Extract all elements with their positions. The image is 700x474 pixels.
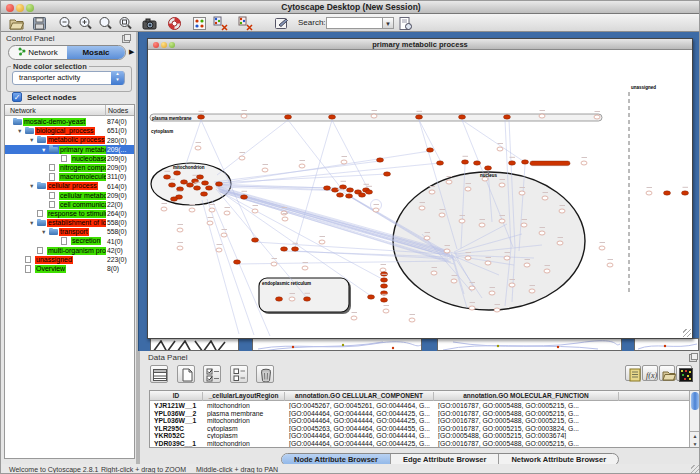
- scrollbar-thumb[interactable]: [691, 392, 699, 410]
- network-node[interactable]: [341, 160, 347, 164]
- expand-triangle-icon[interactable]: ▼: [29, 182, 34, 190]
- tree-row-metabolic-process[interactable]: ▼metabolic process280(0): [5, 135, 134, 144]
- network-node-selected[interactable]: [347, 188, 354, 192]
- network-node[interactable]: [371, 114, 377, 118]
- tree-row-response-to-stimulus[interactable]: response to stimulus264(0): [5, 209, 134, 218]
- edge[interactable]: [332, 120, 369, 191]
- tree-row-biological-process[interactable]: ▼biological_process651(0): [5, 126, 134, 135]
- window-resize-grip[interactable]: [683, 329, 691, 337]
- network-node[interactable]: [539, 114, 545, 118]
- network-node-selected[interactable]: [381, 298, 388, 302]
- tree-row-nitrogen-compoun[interactable]: nitrogen compoun209(0): [5, 163, 134, 172]
- network-node[interactable]: [519, 191, 525, 195]
- network-node[interactable]: [509, 283, 515, 287]
- help-lifering-icon[interactable]: [167, 16, 182, 31]
- network-node-selected[interactable]: [368, 295, 375, 299]
- tab-network[interactable]: Network: [9, 46, 67, 59]
- zoom-out-icon[interactable]: [58, 16, 73, 31]
- select-attributes-button[interactable]: [203, 365, 221, 383]
- network-node[interactable]: [161, 207, 167, 211]
- network-node-selected[interactable]: [276, 297, 283, 301]
- network-node[interactable]: [409, 318, 415, 322]
- network-node[interactable]: [557, 241, 563, 245]
- tree-row-overview[interactable]: Overview8(0): [5, 264, 134, 273]
- network-node[interactable]: [521, 223, 527, 227]
- new-attribute-button[interactable]: [177, 365, 195, 383]
- network-node-selected[interactable]: [340, 185, 347, 189]
- network-node[interactable]: [599, 246, 605, 250]
- search-input[interactable]: [326, 17, 383, 29]
- column-header[interactable]: annotation.GO MOLECULAR_FUNCTION: [434, 392, 619, 401]
- network-node[interactable]: [542, 196, 548, 200]
- edge[interactable]: [217, 163, 440, 185]
- edge[interactable]: [217, 120, 288, 175]
- edge[interactable]: [216, 151, 430, 184]
- vizmapper-icon[interactable]: [192, 16, 207, 31]
- network-node[interactable]: [224, 211, 230, 215]
- network-node-selected[interactable]: [459, 115, 466, 119]
- network-node[interactable]: [479, 223, 485, 227]
- network-node-selected[interactable]: [177, 187, 184, 191]
- network-node-selected[interactable]: [216, 182, 223, 186]
- network-node-selected[interactable]: [164, 175, 171, 179]
- network-node[interactable]: [469, 286, 475, 290]
- network-node-selected[interactable]: [366, 190, 373, 194]
- edge[interactable]: [207, 199, 254, 335]
- network-canvas[interactable]: plasma membranecytoplasmmitochondrionnuc…: [148, 50, 692, 338]
- annotation-icon[interactable]: [274, 16, 289, 31]
- tree-row-mosaic-demo-yeast[interactable]: mosaic-demo-yeast874(0): [5, 117, 134, 126]
- search-dropdown-arrow[interactable]: ▼: [383, 17, 394, 29]
- edge[interactable]: [185, 120, 201, 167]
- column-header[interactable]: _cellularLayoutRegion: [203, 392, 285, 401]
- network-node[interactable]: [207, 221, 213, 225]
- network-node[interactable]: [497, 147, 503, 151]
- network-node[interactable]: [544, 269, 550, 273]
- network-node-selected[interactable]: [485, 166, 492, 170]
- table-row-YPL036W__1[interactable]: YPL036W__1mitochondrion[GO:0044464, GO:0…: [150, 417, 690, 425]
- network-node[interactable]: [581, 161, 587, 165]
- network-node-selected[interactable]: [169, 183, 176, 187]
- table-row-YLR295C[interactable]: YLR295Ccytoplasm[GO:0045263, GO:0044464,…: [150, 425, 690, 433]
- table-row-YDR039C__1[interactable]: YDR039C__1mitochondrion[GO:0044464, GO:0…: [150, 440, 690, 448]
- tree-row-unassigned[interactable]: unassigned223(0): [5, 255, 134, 264]
- network-node-selected[interactable]: [206, 186, 213, 190]
- expand-triangle-icon[interactable]: ▼: [29, 219, 34, 227]
- network-node-selected[interactable]: [201, 192, 208, 196]
- unselect-attributes-button[interactable]: [230, 365, 248, 383]
- network-node-selected[interactable]: [337, 193, 344, 197]
- attribute-list-button[interactable]: [625, 365, 641, 381]
- network-node[interactable]: [419, 206, 425, 210]
- network-node[interactable]: [271, 262, 277, 266]
- network-node[interactable]: [177, 246, 183, 250]
- network-node[interactable]: [444, 249, 450, 253]
- delete-attribute-button[interactable]: [256, 365, 274, 383]
- network-node-selected[interactable]: [252, 238, 259, 242]
- network-node-selected[interactable]: [187, 183, 194, 187]
- node-color-select[interactable]: transporter activity ▲▼: [12, 71, 125, 85]
- network-node[interactable]: [529, 289, 535, 293]
- network-node[interactable]: [299, 164, 305, 168]
- network-node-selected[interactable]: [381, 278, 388, 282]
- tree-row-transport[interactable]: ▼transport558(0): [5, 227, 134, 236]
- nucleus-compartment[interactable]: [393, 172, 585, 310]
- network-node[interactable]: [465, 187, 471, 191]
- table-row-YPL036W__2[interactable]: YPL036W__2plasma membrane[GO:0044464, GO…: [150, 410, 690, 418]
- network-node[interactable]: [177, 228, 183, 232]
- network-node[interactable]: [499, 183, 505, 187]
- edge[interactable]: [295, 120, 332, 248]
- background-window-1[interactable]: [150, 338, 239, 351]
- expand-triangle-icon[interactable]: ▼: [17, 127, 22, 135]
- scrollbar-arrows[interactable]: ▲▼: [690, 431, 700, 447]
- network-node[interactable]: [424, 236, 430, 240]
- network-node[interactable]: [262, 168, 268, 172]
- network-node[interactable]: [351, 316, 357, 320]
- network-node-selected[interactable]: [304, 297, 311, 301]
- network-node-selected[interactable]: [381, 284, 388, 288]
- network-node[interactable]: [431, 271, 437, 275]
- tabs-overflow-arrow[interactable]: ▶: [129, 48, 134, 56]
- network-node[interactable]: [209, 208, 215, 212]
- network-node[interactable]: [494, 308, 500, 312]
- edge[interactable]: [462, 120, 526, 163]
- app-resize-grip[interactable]: [691, 465, 700, 474]
- network-node[interactable]: [485, 261, 491, 265]
